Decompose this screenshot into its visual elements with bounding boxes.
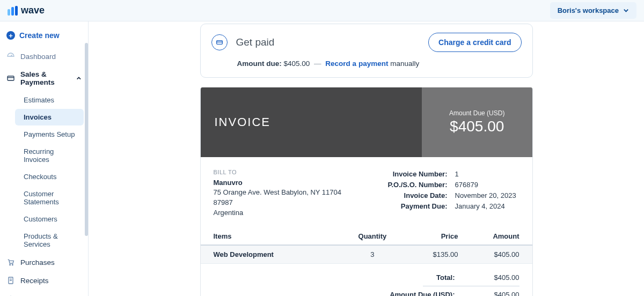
items-table-head: Items Quantity Price Amount: [201, 228, 532, 246]
sidebar-item-dashboard[interactable]: Dashboard: [0, 47, 88, 65]
sidebar-item-invoices[interactable]: Invoices: [15, 109, 84, 125]
bill-to-address-line3: Argentina: [214, 208, 342, 218]
credit-card-icon: [211, 34, 228, 50]
item-amount: $405.00: [458, 250, 519, 258]
invoice-meta-right: Invoice Number:1 P.O./S.O. Number:676879…: [387, 169, 519, 218]
invoice-card: INVOICE Amount Due (USD) $405.00 BILL TO…: [200, 87, 533, 296]
sidebar-item-checkouts[interactable]: Checkouts: [15, 168, 84, 185]
invoice-amount-due: $405.00: [450, 118, 504, 135]
get-paid-title: Get paid: [236, 36, 275, 48]
create-new-label: Create new: [19, 31, 60, 40]
sidebar-item-receipts[interactable]: Receipts: [0, 271, 88, 290]
amount-due-value: $405.00: [284, 60, 310, 68]
payment-due-value: January 4, 2024: [455, 201, 519, 212]
invoice-date-label: Invoice Date:: [404, 190, 448, 201]
bill-to: BILL TO Manuvro 75 Orange Ave. West Baby…: [214, 169, 342, 218]
scrollbar-thumb[interactable]: [85, 43, 88, 236]
item-price: $135.00: [397, 250, 458, 258]
amount-due-total-value: $405.00: [477, 291, 519, 296]
gauge-icon: [6, 52, 15, 61]
invoice-totals: Total: $405.00 Amount Due (USD): $405.00: [201, 264, 532, 296]
po-number-value: 676879: [455, 180, 519, 190]
bill-to-name: Manuvro: [214, 179, 342, 187]
workspace-name: Boris's workspace: [558, 6, 619, 14]
bill-to-address-line2: 87987: [214, 198, 342, 208]
amount-due-total-label: Amount Due (USD):: [380, 291, 455, 296]
invoice-number-value: 1: [455, 169, 519, 180]
svg-point-2: [12, 264, 13, 265]
bill-to-label: BILL TO: [214, 169, 342, 175]
invoice-number-label: Invoice Number:: [393, 169, 448, 180]
card-icon: [6, 74, 15, 83]
sidebar-item-sales[interactable]: Sales & Payments: [0, 65, 88, 91]
table-row: Web Development 3 $135.00 $405.00: [201, 246, 532, 264]
col-price-header: Price: [397, 232, 458, 240]
cart-icon: [6, 258, 15, 267]
manually-text: manually: [390, 60, 419, 68]
receipt-icon: [6, 276, 15, 285]
logo[interactable]: wave: [8, 5, 45, 16]
sidebar-item-label: Sales & Payments: [20, 70, 71, 86]
sidebar-item-label: Dashboard: [20, 53, 56, 61]
logo-text: wave: [21, 5, 45, 16]
items-table: Items Quantity Price Amount Web Developm…: [201, 228, 532, 264]
svg-rect-0: [8, 76, 14, 80]
sidebar-item-label: Receipts: [20, 277, 49, 285]
sidebar-item-label: Purchases: [20, 258, 55, 267]
plus-icon: +: [6, 31, 15, 40]
invoice-meta: BILL TO Manuvro 75 Orange Ave. West Baby…: [201, 157, 532, 228]
total-value: $405.00: [477, 273, 519, 282]
total-label: Total:: [380, 273, 455, 282]
get-paid-card: Get paid Charge a credit card Amount due…: [200, 24, 533, 78]
bill-to-address-line1: 75 Orange Ave. West Babylon, NY 11704: [214, 188, 342, 198]
sidebar-item-recurring-invoices[interactable]: Recurring Invoices: [15, 143, 84, 168]
item-name: Web Development: [214, 250, 348, 258]
topbar: wave Boris's workspace: [0, 0, 644, 21]
item-qty: 3: [348, 250, 397, 258]
payment-due-label: Payment Due:: [401, 201, 448, 212]
wave-logo-icon: [8, 6, 18, 16]
amount-due-label: Amount due:: [237, 60, 282, 68]
invoice-amount-due-label: Amount Due (USD): [449, 109, 504, 117]
sidebar-item-customers[interactable]: Customers: [15, 211, 84, 227]
main-content: Get paid Charge a credit card Amount due…: [89, 21, 644, 296]
get-paid-subtext: Amount due: $405.00 — Record a payment m…: [211, 60, 522, 68]
invoice-header: INVOICE Amount Due (USD) $405.00: [201, 87, 532, 157]
create-new-button[interactable]: + Create new: [0, 25, 88, 47]
chevron-up-icon: [76, 75, 82, 82]
sidebar-item-accounting[interactable]: Accounting: [0, 290, 88, 296]
workspace-switcher[interactable]: Boris's workspace: [550, 2, 636, 19]
sidebar: + Create new Dashboard Sales & Payments …: [0, 21, 89, 296]
record-payment-link[interactable]: Record a payment: [325, 60, 388, 68]
sidebar-item-payments-setup[interactable]: Payments Setup: [15, 126, 84, 143]
invoice-title: INVOICE: [215, 115, 270, 129]
chevron-down-icon: [623, 8, 629, 13]
col-items-header: Items: [214, 232, 348, 240]
charge-credit-card-button[interactable]: Charge a credit card: [428, 33, 521, 52]
invoice-date-value: November 20, 2023: [455, 190, 519, 201]
separator: —: [314, 60, 321, 68]
sidebar-item-products-services[interactable]: Products & Services: [15, 228, 84, 253]
po-number-label: P.O./S.O. Number:: [387, 180, 447, 190]
sidebar-item-estimates[interactable]: Estimates: [15, 92, 84, 108]
sidebar-item-customer-statements[interactable]: Customer Statements: [15, 186, 84, 210]
col-amount-header: Amount: [458, 232, 519, 240]
sidebar-item-purchases[interactable]: Purchases: [0, 253, 88, 271]
svg-point-1: [10, 264, 11, 265]
col-qty-header: Quantity: [348, 232, 397, 240]
sales-subnav: Estimates Invoices Payments Setup Recurr…: [0, 92, 88, 253]
